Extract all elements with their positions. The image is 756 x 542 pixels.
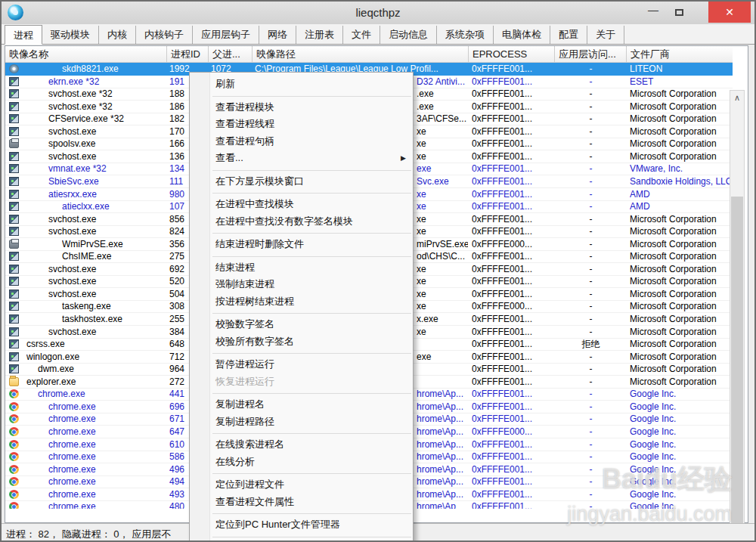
cell-image-name: chrome.exe [48, 426, 164, 438]
close-button[interactable]: ✕ [708, 2, 751, 23]
cell-image-path: xe [417, 213, 468, 225]
tab-系统杂项[interactable]: 系统杂项 [437, 26, 494, 44]
menu-item-查看...[interactable]: 查看...▶ [190, 150, 413, 167]
menu-item-在进程中查找模块[interactable]: 在进程中查找模块 [190, 196, 413, 213]
cell-image-name: vmnat.exe *32 [48, 163, 164, 175]
cell-file-vendor: Microsoft Corporation [630, 288, 733, 300]
column-header[interactable]: 进程ID [167, 46, 209, 63]
cell-image-name: spoolsv.exe [48, 138, 164, 150]
chrome-icon [9, 389, 19, 398]
menu-separator [212, 537, 411, 537]
column-header[interactable]: 父进... [209, 46, 253, 63]
cell-app-layer-access: - [555, 163, 627, 175]
tab-文件[interactable]: 文件 [343, 26, 380, 44]
cell-file-vendor: Google Inc. [630, 413, 733, 425]
menu-item-定位到PCHunter文件管理器[interactable]: 定位到PC Hunter文件管理器 [190, 516, 413, 534]
cell-file-vendor: Microsoft Corporation [630, 313, 733, 325]
menu-item-刷新[interactable]: 刷新 [190, 76, 413, 93]
menu-item-强制结束进程[interactable]: 强制结束进程 [190, 276, 413, 293]
menu-item-定位到进程文件[interactable]: 定位到进程文件 [190, 476, 413, 494]
cell-file-vendor: Microsoft Corporation [630, 88, 733, 100]
tab-注册表[interactable]: 注册表 [296, 26, 343, 44]
menu-item-在进程中查找没有数字签名模块[interactable]: 在进程中查找没有数字签名模块 [190, 213, 413, 231]
menu-separator [212, 513, 411, 514]
menu-item-在线搜索进程名[interactable]: 在线搜索进程名 [190, 436, 413, 454]
tab-关于[interactable]: 关于 [587, 26, 624, 44]
menu-item-复制进程名[interactable]: 复制进程名 [190, 396, 413, 413]
cell-image-path: x.exe [417, 313, 468, 325]
maximize-icon [675, 9, 683, 16]
cell-file-vendor: LITEON [630, 63, 733, 75]
cell-image-name: csrss.exe [26, 338, 164, 350]
cell-file-vendor: Microsoft Corporation [630, 351, 733, 363]
table-header-row: 映像名称进程ID父进...映像路径EPROCESS应用层访问...文件厂商 [5, 46, 733, 63]
cell-file-vendor: Google Inc. [630, 463, 733, 475]
menu-item-恢复进程运行[interactable]: 恢复进程运行 [190, 373, 413, 391]
cell-image-name: svchost.exe [48, 213, 164, 225]
tab-配置[interactable]: 配置 [550, 26, 587, 44]
menu-item-按进程树结束进程[interactable]: 按进程树结束进程 [190, 293, 413, 311]
cell-image-name: ekrn.exe *32 [48, 76, 164, 88]
cell-eprocess: 0xFFFFE000... [472, 426, 553, 438]
cell-image-name: chrome.exe [48, 475, 164, 488]
cell-eprocess: 0xFFFFE001... [472, 326, 553, 338]
cell-image-name: SbieSvc.exe [48, 175, 164, 187]
menu-item-结束进程[interactable]: 结束进程 [190, 259, 413, 277]
tab-网络[interactable]: 网络 [259, 26, 296, 44]
menu-item-结束进程时删除文件[interactable]: 结束进程时删除文件 [190, 236, 413, 253]
menu-item-在线分析[interactable]: 在线分析 [190, 454, 413, 471]
tab-进程[interactable]: 进程 [5, 25, 42, 45]
cell-eprocess: 0xFFFFE001... [472, 263, 553, 275]
cell-image-name: taskeng.exe [62, 300, 164, 312]
cell-image-path: miPrvSE.exe [417, 238, 468, 250]
cell-app-layer-access: - [555, 463, 627, 475]
menu-item-复制进程路径[interactable]: 复制进程路径 [190, 413, 413, 431]
cell-file-vendor: Google Inc. [630, 451, 733, 463]
column-header[interactable]: 映像路径 [253, 46, 469, 63]
cell-file-vendor: Microsoft Corporation [630, 138, 733, 150]
cell-app-layer-access: - [555, 438, 627, 451]
column-header[interactable]: 应用层访问... [555, 46, 627, 63]
tab-内核[interactable]: 内核 [99, 26, 136, 44]
cell-file-vendor: Microsoft Corporation [630, 113, 733, 125]
cell-image-name: taskhostex.exe [62, 313, 164, 325]
cell-image-path: hrome\Ap [417, 500, 468, 509]
cell-image-path: xe [417, 138, 468, 150]
cell-eprocess: 0xFFFFE000... [472, 300, 553, 312]
cell-file-vendor: Microsoft Corporation [630, 363, 733, 375]
menu-item-查看进程句柄[interactable]: 查看进程句柄 [190, 133, 413, 150]
menu-item-暂停进程运行[interactable]: 暂停进程运行 [190, 356, 413, 373]
cell-eprocess: 0xFFFFE001... [472, 225, 553, 237]
tab-驱动模块[interactable]: 驱动模块 [42, 26, 99, 44]
menu-item-查看进程文件属性[interactable]: 查看进程文件属性 [190, 494, 413, 511]
minimize-button[interactable]: — [641, 2, 665, 23]
vertical-scroll-thumb[interactable] [731, 197, 743, 537]
tab-启动信息[interactable]: 启动信息 [380, 26, 437, 44]
app-icon [9, 127, 19, 136]
menu-separator [212, 96, 411, 97]
column-header[interactable]: 文件厂商 [627, 46, 733, 63]
menu-item-查看进程线程[interactable]: 查看进程线程 [190, 116, 413, 133]
menu-item-校验所有数字签名[interactable]: 校验所有数字签名 [190, 333, 413, 351]
menu-item-查看进程模块[interactable]: 查看进程模块 [190, 99, 413, 116]
maximize-button[interactable] [667, 2, 691, 23]
tab-内核钩子[interactable]: 内核钩子 [136, 26, 193, 44]
printer-icon [9, 240, 19, 249]
app-icon [9, 364, 19, 373]
cell-eprocess: 0xFFFFE001... [472, 363, 553, 375]
cell-eprocess: 0xFFFFE001... [472, 500, 553, 509]
tab-电脑体检[interactable]: 电脑体检 [494, 26, 550, 44]
cell-file-vendor: Google Inc. [630, 500, 733, 509]
app-icon [9, 277, 19, 286]
cell-eprocess: 0xFFFFE001... [472, 288, 553, 300]
scroll-up-arrow-icon[interactable]: ∧ [730, 91, 744, 104]
column-header[interactable]: 映像名称 [5, 46, 167, 63]
column-header[interactable]: EPROCESS [469, 46, 555, 63]
tab-应用层钩子[interactable]: 应用层钩子 [193, 26, 259, 44]
menu-item-在下方显示模块窗口[interactable]: 在下方显示模块窗口 [190, 173, 413, 190]
menu-item-属性[interactable]: 属性 [190, 540, 413, 542]
menu-item-校验数字签名[interactable]: 校验数字签名 [190, 316, 413, 333]
vertical-scrollbar[interactable]: ∧ ∨ [730, 90, 745, 542]
cell-eprocess: 0xFFFFE001... [472, 351, 553, 363]
cell-image-name: explorer.exe [26, 376, 164, 388]
